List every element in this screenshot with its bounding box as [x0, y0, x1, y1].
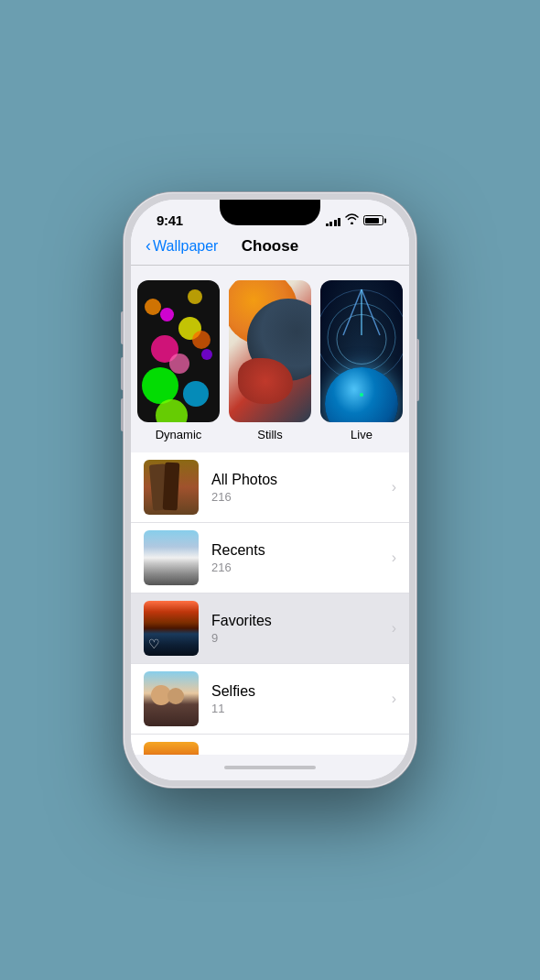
live-antenna — [334, 285, 389, 358]
favorites-title: Favorites — [211, 613, 386, 629]
live-label: Live — [351, 428, 373, 441]
wallpaper-type-section: Dynamic Stills — [131, 266, 409, 452]
dynamic-label: Dynamic — [156, 428, 202, 441]
favorites-thumbnail: ♡ — [144, 601, 199, 656]
list-item[interactable]: Live Photos 13 › — [131, 735, 409, 755]
wifi-icon — [345, 213, 359, 227]
chevron-icon: › — [392, 691, 396, 707]
back-label: Wallpaper — [153, 238, 218, 255]
list-item[interactable]: Recents 216 › — [131, 523, 409, 593]
wallpaper-type-live[interactable]: Live — [320, 280, 403, 441]
notch — [220, 200, 320, 225]
chevron-icon: › — [392, 620, 396, 637]
page-title: Choose — [242, 237, 298, 256]
battery-icon — [363, 215, 383, 225]
stills-thumbnail — [229, 280, 311, 422]
status-icons — [326, 213, 384, 227]
list-item[interactable]: All Photos 216 › — [131, 452, 409, 523]
recents-count: 216 — [211, 561, 386, 574]
chevron-icon: › — [392, 479, 396, 495]
selfies-count: 11 — [211, 702, 386, 715]
all-photos-info: All Photos 216 — [211, 472, 386, 504]
selfies-info: Selfies 11 — [211, 683, 386, 715]
live-photos-info: Live Photos 13 — [211, 754, 386, 756]
back-icon: ‹ — [146, 236, 151, 256]
all-photos-thumbnail — [144, 460, 199, 515]
navigation-bar: ‹ Wallpaper Choose — [131, 234, 409, 266]
selfies-thumbnail — [144, 671, 199, 726]
home-indicator — [131, 755, 409, 780]
home-bar — [224, 766, 316, 769]
chevron-icon: › — [392, 550, 396, 566]
svg-line-0 — [343, 289, 362, 335]
recents-info: Recents 216 — [211, 542, 386, 574]
status-time: 9:41 — [157, 212, 183, 228]
status-bar: 9:41 — [131, 200, 409, 234]
signal-icon — [326, 215, 341, 226]
svg-line-1 — [362, 289, 380, 335]
heart-icon: ♡ — [148, 637, 160, 651]
stills-label: Stills — [257, 428, 282, 441]
list-item[interactable]: Selfies 11 › — [131, 664, 409, 735]
content-area[interactable]: Dynamic Stills — [131, 266, 409, 755]
dynamic-thumbnail — [137, 280, 220, 422]
favorites-count: 9 — [211, 631, 386, 645]
back-button[interactable]: ‹ Wallpaper — [146, 237, 218, 256]
selfies-title: Selfies — [211, 683, 386, 700]
live-thumbnail — [320, 280, 403, 422]
list-item[interactable]: ♡ Favorites 9 › — [131, 593, 409, 664]
all-photos-count: 216 — [211, 490, 386, 504]
recents-title: Recents — [211, 542, 386, 559]
recents-thumbnail — [144, 530, 199, 585]
phone-frame: 9:41 — [124, 192, 416, 788]
phone-inner: 9:41 — [131, 200, 409, 780]
all-photos-title: All Photos — [211, 472, 386, 488]
screen: 9:41 — [131, 200, 409, 780]
live-photos-thumbnail — [144, 742, 199, 755]
live-photos-title: Live Photos — [211, 754, 386, 756]
photo-album-list: All Photos 216 › Recents 216 › — [131, 452, 409, 755]
wallpaper-type-dynamic[interactable]: Dynamic — [137, 280, 220, 441]
favorites-info: Favorites 9 — [211, 613, 386, 645]
wallpaper-type-stills[interactable]: Stills — [229, 280, 311, 441]
